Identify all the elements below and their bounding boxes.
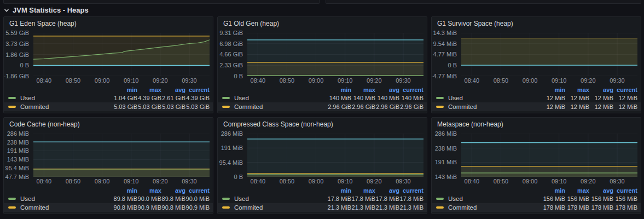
x-axis: 08:4008:5009:0009:1009:2009:30: [247, 177, 423, 186]
legend-row-used: Used89.8 MiB90.0 MiB89.8 MiB90.0 MiB: [4, 194, 213, 203]
series-fill-commited: [247, 62, 423, 76]
panel-title[interactable]: Metaspace (non-heap): [432, 118, 641, 130]
x-tick-label: 08:50: [489, 178, 513, 185]
y-tick-label: 143 MiB: [7, 156, 29, 163]
legend: minmaxavgcurrentUsed156 MiB156 MiB156 Mi…: [432, 186, 641, 214]
legend-sort-max[interactable]: max: [565, 87, 589, 93]
panel-code-cache: Code Cache (non-heap) 286 MiB238 MiB191 …: [3, 117, 213, 214]
plot-area[interactable]: [247, 33, 423, 76]
y-tick-label: 4.66 GiB: [219, 51, 243, 57]
series-fill-commited: [33, 169, 210, 177]
legend-row-used: Used156 MiB156 MiB156 MiB156 MiB: [432, 194, 641, 203]
series-fill-commited: [461, 166, 637, 177]
series-color-dash-icon: [436, 206, 444, 209]
legend-sort-max[interactable]: max: [351, 87, 375, 93]
legend-value-min: 12 MiB: [541, 103, 565, 110]
legend-value-min: 5.03 GiB: [113, 103, 137, 110]
panel-title[interactable]: Code Cache (non-heap): [4, 118, 213, 130]
legend-series-toggle[interactable]: Used: [8, 95, 113, 101]
legend-series-toggle[interactable]: Used: [222, 95, 327, 101]
x-tick-label: 09:00: [304, 77, 328, 84]
legend-sort-current[interactable]: current: [399, 87, 423, 93]
y-tick-label: 47.7 MiB: [5, 174, 29, 180]
panel-title[interactable]: G1 Eden Space (heap): [4, 17, 213, 30]
legend-value-current: 21.3 MiB: [399, 204, 423, 211]
plot-area[interactable]: [33, 33, 210, 76]
legend-series-toggle[interactable]: Used: [436, 95, 541, 101]
legend: minmaxavgcurrentUsed140 MiB140 MiB140 Mi…: [218, 85, 427, 113]
legend-sort-current[interactable]: current: [613, 87, 637, 93]
legend-sort-min[interactable]: min: [327, 87, 351, 93]
plot-area[interactable]: [247, 134, 423, 177]
series-color-dash-icon: [8, 198, 16, 200]
plot-area[interactable]: [461, 134, 637, 177]
y-tick-label: 0 B: [234, 174, 243, 180]
legend-value-current: 4.39 GiB: [185, 95, 210, 101]
legend-series-toggle[interactable]: Commited: [8, 204, 113, 211]
legend-sort-avg[interactable]: avg: [589, 87, 613, 93]
x-tick-label: 09:10: [119, 178, 143, 185]
legend-value-max: 12 MiB: [565, 103, 589, 110]
legend-sort-max[interactable]: max: [565, 187, 589, 194]
legend-series-toggle[interactable]: Used: [436, 195, 541, 202]
legend-sort-current[interactable]: current: [399, 187, 423, 194]
x-tick-label: 09:30: [605, 178, 629, 185]
legend-sort-avg[interactable]: avg: [161, 87, 185, 93]
row-header-jvm-statistics[interactable]: JVM Statistics - Heaps: [0, 4, 644, 16]
panel-title[interactable]: G1 Survivor Space (heap): [432, 17, 641, 30]
legend-sort-current[interactable]: current: [185, 87, 210, 93]
legend-header-row: minmaxavgcurrent: [4, 186, 213, 194]
legend-value-avg: 156 MiB: [589, 195, 613, 202]
chart-svg: [247, 33, 423, 76]
y-axis: 286 MiB191 MiB95.4 MiB0 B: [218, 134, 247, 177]
series-label: Used: [448, 95, 463, 101]
y-tick-label: 191 MiB: [7, 147, 29, 154]
legend-sort-min[interactable]: min: [113, 187, 137, 194]
legend-row-used: Used140 MiB140 MiB140 MiB140 MiB: [218, 94, 427, 102]
panel-title[interactable]: Compressed Class Space (non-heap): [218, 118, 427, 130]
legend-sort-min[interactable]: min: [113, 87, 137, 93]
legend-sort-avg[interactable]: avg: [589, 187, 613, 194]
x-tick-label: 08:40: [32, 178, 56, 185]
legend-series-toggle[interactable]: Commited: [222, 103, 327, 110]
legend-sort-min[interactable]: min: [541, 187, 565, 194]
y-tick-label: 14.3 MiB: [433, 30, 457, 36]
legend-value-max: 5.03 GiB: [137, 103, 161, 110]
legend-series-toggle[interactable]: Commited: [436, 103, 541, 110]
legend-value-min: 156 MiB: [541, 195, 565, 202]
x-tick-label: 09:10: [547, 178, 571, 185]
legend-sort-min[interactable]: min: [541, 87, 565, 93]
legend-sort-max[interactable]: max: [137, 187, 161, 194]
legend-sort-avg[interactable]: avg: [375, 187, 399, 194]
legend-sort-current[interactable]: current: [185, 187, 210, 194]
legend-value-max: 140 MiB: [351, 95, 375, 101]
series-label: Used: [20, 95, 35, 101]
y-axis: 9.31 GiB6.98 GiB4.66 GiB2.33 GiB0 B: [218, 33, 247, 76]
plot-area[interactable]: [461, 33, 637, 76]
legend-sort-avg[interactable]: avg: [161, 187, 185, 194]
chart-svg: [461, 33, 637, 76]
y-tick-label: 0 B: [20, 62, 29, 68]
y-tick-label: 286 MiB: [221, 130, 243, 137]
legend-series-toggle[interactable]: Commited: [8, 103, 113, 110]
legend-value-min: 2.96 GiB: [327, 103, 351, 110]
chart: 9.31 GiB6.98 GiB4.66 GiB2.33 GiB0 B: [218, 30, 427, 76]
x-axis: 08:4008:5009:0009:1009:2009:30: [33, 177, 210, 186]
legend-series-toggle[interactable]: Used: [8, 195, 113, 202]
legend-series-toggle[interactable]: Commited: [222, 204, 327, 211]
legend-sort-max[interactable]: max: [351, 187, 375, 194]
legend-sort-current[interactable]: current: [613, 187, 637, 194]
legend-row-commited: Commited90.8 MiB90.9 MiB90.8 MiB90.9 MiB: [4, 203, 213, 212]
y-tick-label: 95.4 MiB: [219, 159, 243, 166]
legend-value-min: 89.8 MiB: [113, 195, 137, 202]
legend-sort-min[interactable]: min: [327, 187, 351, 194]
legend-sort-avg[interactable]: avg: [375, 87, 399, 93]
legend-sort-max[interactable]: max: [137, 87, 161, 93]
legend: minmaxavgcurrentUsed17.8 MiB17.8 MiB17.8…: [218, 186, 427, 214]
panel-title[interactable]: G1 Old Gen (heap): [218, 17, 427, 30]
legend-series-toggle[interactable]: Commited: [436, 204, 541, 211]
plot-area[interactable]: [33, 134, 210, 177]
series-color-dash-icon: [8, 106, 16, 108]
legend-series-toggle[interactable]: Used: [222, 195, 327, 202]
y-tick-label: 238 MiB: [7, 139, 29, 146]
